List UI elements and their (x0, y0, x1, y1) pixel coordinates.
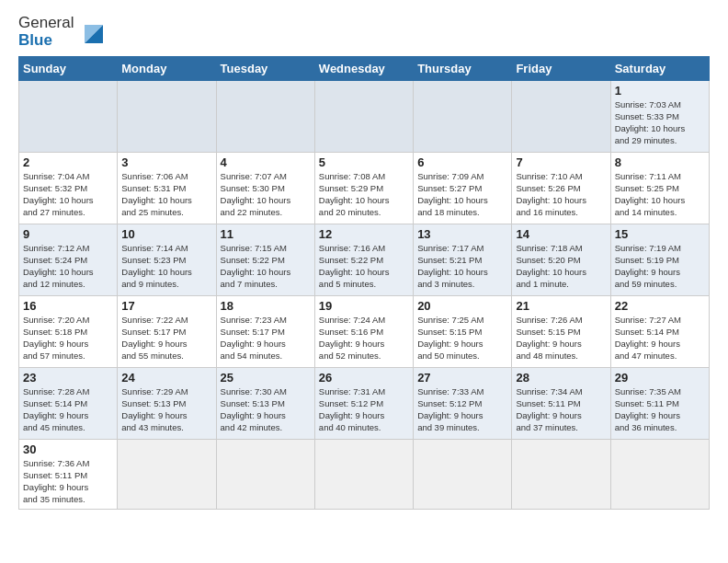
day-number: 2 (23, 155, 113, 169)
day-info: Sunrise: 7:34 AM Sunset: 5:11 PM Dayligh… (516, 386, 606, 433)
calendar-table: SundayMondayTuesdayWednesdayThursdayFrid… (18, 56, 710, 509)
day-info: Sunrise: 7:24 AM Sunset: 5:16 PM Dayligh… (319, 315, 409, 362)
day-cell: 20Sunrise: 7:25 AM Sunset: 5:15 PM Dayli… (414, 296, 512, 368)
day-cell: 19Sunrise: 7:24 AM Sunset: 5:16 PM Dayli… (314, 296, 413, 368)
day-number: 28 (516, 371, 606, 385)
day-cell: 26Sunrise: 7:31 AM Sunset: 5:12 PM Dayli… (314, 368, 413, 440)
day-cell (118, 440, 216, 509)
day-info: Sunrise: 7:19 AM Sunset: 5:19 PM Dayligh… (615, 243, 705, 290)
day-cell: 6Sunrise: 7:09 AM Sunset: 5:27 PM Daylig… (414, 153, 512, 224)
day-number: 25 (221, 371, 311, 385)
day-info: Sunrise: 7:30 AM Sunset: 5:13 PM Dayligh… (221, 386, 311, 433)
header: General Blue (18, 15, 710, 49)
day-cell: 9Sunrise: 7:12 AM Sunset: 5:24 PM Daylig… (19, 224, 118, 296)
day-info: Sunrise: 7:18 AM Sunset: 5:20 PM Dayligh… (516, 243, 606, 290)
day-info: Sunrise: 7:10 AM Sunset: 5:26 PM Dayligh… (516, 171, 606, 218)
day-info: Sunrise: 7:03 AM Sunset: 5:33 PM Dayligh… (615, 99, 705, 146)
day-number: 6 (417, 155, 507, 169)
weekday-header-tuesday: Tuesday (216, 57, 314, 81)
week-row-1: 1Sunrise: 7:03 AM Sunset: 5:33 PM Daylig… (19, 81, 710, 153)
day-number: 9 (23, 227, 113, 241)
day-number: 5 (319, 155, 409, 169)
day-number: 4 (221, 155, 311, 169)
day-number: 30 (23, 442, 113, 456)
day-number: 27 (417, 371, 507, 385)
day-cell: 21Sunrise: 7:26 AM Sunset: 5:15 PM Dayli… (512, 296, 610, 368)
day-number: 17 (121, 299, 211, 313)
day-cell (19, 81, 118, 153)
day-cell: 7Sunrise: 7:10 AM Sunset: 5:26 PM Daylig… (512, 153, 610, 224)
day-cell: 30Sunrise: 7:36 AM Sunset: 5:11 PM Dayli… (19, 440, 118, 509)
week-row-2: 2Sunrise: 7:04 AM Sunset: 5:32 PM Daylig… (19, 153, 710, 224)
day-cell: 17Sunrise: 7:22 AM Sunset: 5:17 PM Dayli… (118, 296, 216, 368)
day-info: Sunrise: 7:08 AM Sunset: 5:29 PM Dayligh… (319, 171, 409, 218)
day-cell: 23Sunrise: 7:28 AM Sunset: 5:14 PM Dayli… (19, 368, 118, 440)
day-cell (512, 81, 610, 153)
day-number: 26 (319, 371, 409, 385)
day-info: Sunrise: 7:28 AM Sunset: 5:14 PM Dayligh… (23, 386, 113, 433)
weekday-header-sunday: Sunday (19, 57, 118, 81)
day-number: 24 (121, 371, 211, 385)
day-number: 15 (615, 227, 705, 241)
day-info: Sunrise: 7:22 AM Sunset: 5:17 PM Dayligh… (121, 315, 211, 362)
day-number: 1 (615, 84, 705, 98)
day-number: 3 (121, 155, 211, 169)
logo-general: General (18, 14, 74, 31)
day-cell (414, 440, 512, 509)
day-number: 23 (23, 371, 113, 385)
day-cell: 2Sunrise: 7:04 AM Sunset: 5:32 PM Daylig… (19, 153, 118, 224)
day-info: Sunrise: 7:16 AM Sunset: 5:22 PM Dayligh… (319, 243, 409, 290)
logo: General Blue (18, 15, 107, 49)
day-info: Sunrise: 7:15 AM Sunset: 5:22 PM Dayligh… (221, 243, 311, 290)
day-cell (216, 81, 314, 153)
logo-icon (77, 17, 107, 47)
day-cell: 16Sunrise: 7:20 AM Sunset: 5:18 PM Dayli… (19, 296, 118, 368)
day-info: Sunrise: 7:07 AM Sunset: 5:30 PM Dayligh… (221, 171, 311, 218)
day-number: 20 (417, 299, 507, 313)
day-cell: 28Sunrise: 7:34 AM Sunset: 5:11 PM Dayli… (512, 368, 610, 440)
weekday-header-friday: Friday (512, 57, 610, 81)
day-number: 21 (516, 299, 606, 313)
day-number: 22 (615, 299, 705, 313)
day-info: Sunrise: 7:11 AM Sunset: 5:25 PM Dayligh… (615, 171, 705, 218)
day-info: Sunrise: 7:29 AM Sunset: 5:13 PM Dayligh… (121, 386, 211, 433)
day-info: Sunrise: 7:26 AM Sunset: 5:15 PM Dayligh… (516, 315, 606, 362)
day-cell: 3Sunrise: 7:06 AM Sunset: 5:31 PM Daylig… (118, 153, 216, 224)
week-row-5: 23Sunrise: 7:28 AM Sunset: 5:14 PM Dayli… (19, 368, 710, 440)
day-cell: 22Sunrise: 7:27 AM Sunset: 5:14 PM Dayli… (610, 296, 709, 368)
weekday-header-wednesday: Wednesday (314, 57, 413, 81)
day-info: Sunrise: 7:04 AM Sunset: 5:32 PM Dayligh… (23, 171, 113, 218)
day-cell: 4Sunrise: 7:07 AM Sunset: 5:30 PM Daylig… (216, 153, 314, 224)
day-cell: 5Sunrise: 7:08 AM Sunset: 5:29 PM Daylig… (314, 153, 413, 224)
logo-blue: Blue (18, 31, 52, 49)
day-cell (118, 81, 216, 153)
day-info: Sunrise: 7:09 AM Sunset: 5:27 PM Dayligh… (417, 171, 507, 218)
day-cell: 11Sunrise: 7:15 AM Sunset: 5:22 PM Dayli… (216, 224, 314, 296)
day-info: Sunrise: 7:27 AM Sunset: 5:14 PM Dayligh… (615, 315, 705, 362)
calendar-page: General Blue SundayMondayTuesdayWednesda… (0, 0, 728, 519)
weekday-header-saturday: Saturday (610, 57, 709, 81)
week-row-4: 16Sunrise: 7:20 AM Sunset: 5:18 PM Dayli… (19, 296, 710, 368)
weekday-header-row: SundayMondayTuesdayWednesdayThursdayFrid… (19, 57, 710, 81)
day-number: 10 (121, 227, 211, 241)
day-cell: 29Sunrise: 7:35 AM Sunset: 5:11 PM Dayli… (610, 368, 709, 440)
day-info: Sunrise: 7:20 AM Sunset: 5:18 PM Dayligh… (23, 315, 113, 362)
day-info: Sunrise: 7:33 AM Sunset: 5:12 PM Dayligh… (417, 386, 507, 433)
day-info: Sunrise: 7:25 AM Sunset: 5:15 PM Dayligh… (417, 315, 507, 362)
day-info: Sunrise: 7:35 AM Sunset: 5:11 PM Dayligh… (615, 386, 705, 433)
day-number: 8 (615, 155, 705, 169)
day-cell: 24Sunrise: 7:29 AM Sunset: 5:13 PM Dayli… (118, 368, 216, 440)
day-number: 7 (516, 155, 606, 169)
weekday-header-monday: Monday (118, 57, 216, 81)
day-cell (216, 440, 314, 509)
day-number: 13 (417, 227, 507, 241)
day-cell (512, 440, 610, 509)
day-cell: 10Sunrise: 7:14 AM Sunset: 5:23 PM Dayli… (118, 224, 216, 296)
day-cell (314, 440, 413, 509)
day-cell: 15Sunrise: 7:19 AM Sunset: 5:19 PM Dayli… (610, 224, 709, 296)
day-number: 11 (221, 227, 311, 241)
day-info: Sunrise: 7:23 AM Sunset: 5:17 PM Dayligh… (221, 315, 311, 362)
day-cell: 25Sunrise: 7:30 AM Sunset: 5:13 PM Dayli… (216, 368, 314, 440)
day-cell: 1Sunrise: 7:03 AM Sunset: 5:33 PM Daylig… (610, 81, 709, 153)
day-info: Sunrise: 7:36 AM Sunset: 5:11 PM Dayligh… (23, 458, 113, 505)
